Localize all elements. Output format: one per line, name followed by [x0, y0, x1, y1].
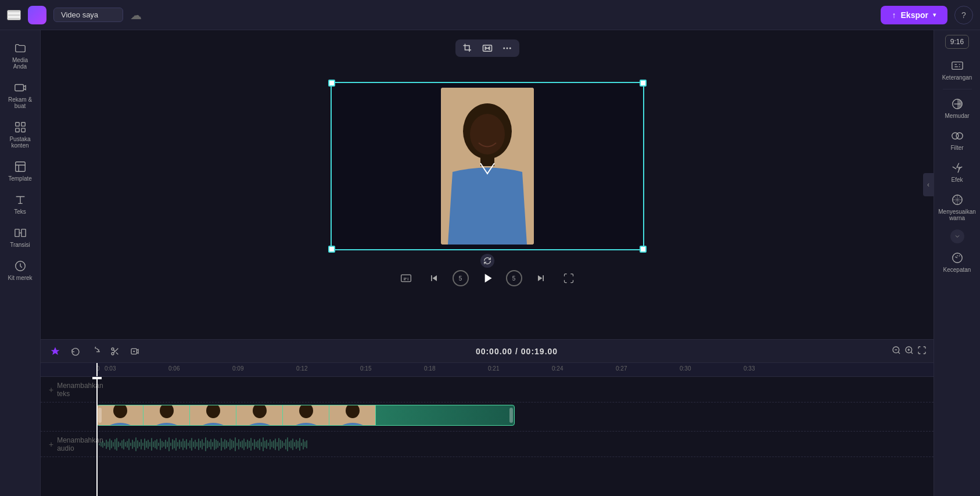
sidebar-label-text: Teks: [14, 209, 26, 215]
time-separator: /: [515, 347, 521, 356]
right-tool-filter[interactable]: Filter: [938, 125, 977, 156]
selection-corner-br[interactable]: [640, 246, 647, 253]
right-tool-color[interactable]: Menyesuaikan warna: [938, 189, 977, 226]
wave-bar: [249, 441, 250, 448]
wave-bar: [195, 440, 196, 449]
aspect-ratio-badge[interactable]: 9:16: [945, 35, 969, 49]
text-track-row: + Menambahkan teks: [41, 377, 934, 402]
project-title[interactable]: Video saya: [53, 8, 123, 22]
wave-bar: [214, 439, 215, 450]
add-media-button[interactable]: [128, 346, 142, 357]
ruler-mark: 0:03: [105, 363, 168, 376]
selection-corner-tl[interactable]: [328, 80, 335, 87]
clip-thumb-2: [143, 405, 190, 425]
clip-handle-right[interactable]: [509, 408, 513, 423]
wave-bar: [168, 437, 170, 451]
forward-5-button[interactable]: 5: [506, 270, 522, 286]
wave-bar: [256, 441, 257, 447]
svg-point-10: [503, 48, 505, 49]
aspect-ratio-button[interactable]: [482, 43, 493, 53]
right-tool-fade[interactable]: Memudar: [938, 93, 977, 124]
sidebar-item-template[interactable]: Template: [2, 156, 38, 186]
current-time: 00:00.00: [476, 347, 512, 356]
wave-bar: [137, 440, 138, 448]
right-tool-captions[interactable]: Keterangan: [938, 55, 977, 85]
transition-icon: [14, 227, 27, 239]
playhead-ruler: [96, 363, 98, 376]
wave-bar: [231, 440, 232, 449]
hamburger-button[interactable]: [7, 10, 21, 20]
skip-back-button[interactable]: [425, 269, 443, 287]
wave-bar: [134, 441, 135, 447]
sidebar-item-content[interactable]: Pustaka konten: [2, 116, 38, 153]
play-button[interactable]: [478, 269, 497, 287]
svg-point-18: [112, 348, 114, 350]
fullscreen-button[interactable]: [559, 269, 578, 287]
wave-bar: [283, 443, 285, 446]
zoom-out-button[interactable]: [892, 346, 901, 357]
camera-icon: [14, 81, 27, 94]
sidebar-label-content: Pustaka konten: [6, 136, 35, 149]
undo-button[interactable]: [69, 346, 82, 357]
more-options-button[interactable]: [502, 43, 512, 53]
zoom-in-button[interactable]: [904, 346, 914, 357]
right-divider-1: [943, 89, 972, 89]
video-track-content[interactable]: [96, 402, 934, 431]
redo-button[interactable]: [88, 346, 102, 357]
wave-bar: [235, 437, 236, 451]
collapse-right-button[interactable]: ‹: [923, 173, 934, 196]
help-button[interactable]: ?: [954, 6, 973, 24]
video-clip[interactable]: [96, 405, 515, 426]
expand-right-panel-button[interactable]: [950, 229, 964, 243]
sidebar-item-record[interactable]: Rekam & buat: [2, 77, 38, 114]
video-preview[interactable]: [331, 82, 644, 250]
captions-toggle-button[interactable]: [397, 269, 415, 287]
timeline-toolbar: 00:00.00 / 00:19.00: [41, 340, 934, 363]
rewind-5-button[interactable]: 5: [453, 270, 469, 286]
right-sidebar: 9:16 Keterangan Memudar Filt: [934, 30, 980, 496]
wave-bar: [275, 439, 276, 450]
rotate-handle[interactable]: [480, 254, 494, 268]
wave-bar: [301, 443, 302, 446]
wave-bar: [111, 440, 112, 448]
sidebar-item-media[interactable]: Media Anda: [2, 37, 38, 74]
sidebar-item-transition[interactable]: Transisi: [2, 222, 38, 253]
wave-bar: [209, 441, 210, 447]
audio-track-content: [96, 432, 934, 457]
export-label: Ekspor: [901, 10, 928, 20]
wave-bar: [247, 440, 248, 449]
wave-bar: [106, 440, 107, 449]
fade-label: Memudar: [945, 113, 969, 119]
wave-bar: [226, 440, 227, 448]
svg-rect-7: [21, 229, 25, 237]
selection-corner-tr[interactable]: [640, 80, 647, 87]
svg-rect-0: [15, 85, 23, 91]
sidebar-label-kit: Kit merek: [8, 275, 32, 281]
sidebar-label-transition: Transisi: [10, 242, 30, 248]
right-tool-effects[interactable]: Efek: [938, 157, 977, 188]
skip-forward-button[interactable]: [532, 269, 550, 287]
wave-bar: [250, 438, 252, 451]
crop-button[interactable]: [462, 43, 473, 53]
clip-handle-left[interactable]: [98, 408, 102, 423]
selection-corner-bl[interactable]: [328, 246, 335, 253]
total-time: 00:19.00: [521, 347, 558, 356]
timeline-area: 00:00.00 / 00:19.00: [41, 339, 934, 496]
svg-rect-3: [15, 128, 19, 132]
sidebar-item-kit[interactable]: Kit merek: [2, 255, 38, 286]
magic-button[interactable]: [48, 345, 63, 358]
wave-bar: [240, 441, 241, 447]
fit-timeline-button[interactable]: [917, 346, 927, 357]
wave-bar: [193, 441, 194, 447]
cut-button[interactable]: [108, 346, 122, 357]
wave-bar: [243, 439, 245, 450]
export-button[interactable]: ↑ Ekspor ▾: [881, 6, 947, 24]
kit-icon: [14, 260, 27, 272]
sidebar-item-text[interactable]: Teks: [2, 189, 38, 220]
expand-icon: [954, 233, 961, 240]
wave-bar: [245, 442, 246, 447]
right-tool-speed[interactable]: Kecepatan: [938, 247, 977, 278]
skip-forward-icon: [535, 272, 547, 284]
thumb-svg: [196, 405, 231, 425]
play-icon: [480, 271, 495, 286]
